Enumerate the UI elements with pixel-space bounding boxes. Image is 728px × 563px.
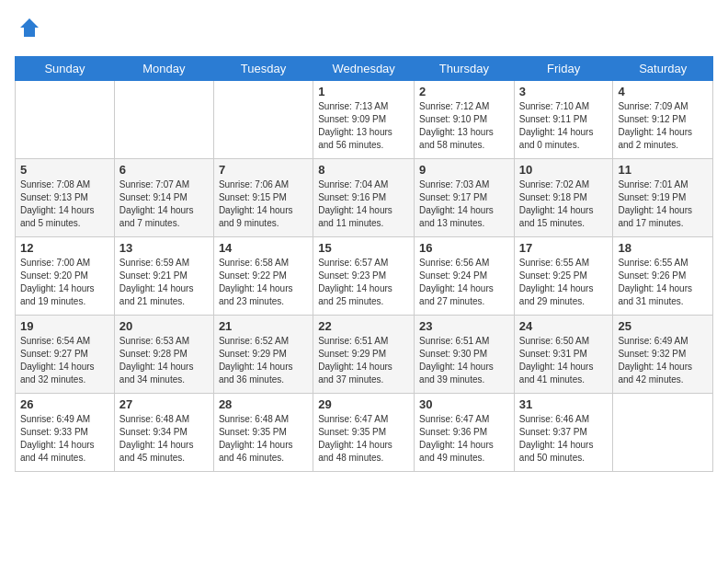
calendar-cell: 12Sunrise: 7:00 AM Sunset: 9:20 PM Dayli…: [16, 236, 115, 315]
calendar-cell: 18Sunrise: 6:55 AM Sunset: 9:26 PM Dayli…: [613, 236, 713, 315]
calendar-cell: 1Sunrise: 7:13 AM Sunset: 9:09 PM Daylig…: [313, 80, 415, 158]
calendar-cell: 21Sunrise: 6:52 AM Sunset: 9:29 PM Dayli…: [213, 315, 313, 393]
day-number: 10: [519, 163, 609, 177]
calendar-cell: 26Sunrise: 6:49 AM Sunset: 9:33 PM Dayli…: [16, 393, 115, 471]
day-number: 2: [419, 85, 509, 98]
day-info: Sunrise: 6:55 AM Sunset: 9:26 PM Dayligh…: [618, 257, 708, 308]
day-number: 8: [318, 163, 409, 177]
calendar-table: SundayMondayTuesdayWednesdayThursdayFrid…: [15, 56, 713, 472]
calendar-week-5: 26Sunrise: 6:49 AM Sunset: 9:33 PM Dayli…: [16, 393, 713, 471]
calendar-cell: 31Sunrise: 6:46 AM Sunset: 9:37 PM Dayli…: [514, 393, 613, 471]
day-info: Sunrise: 6:51 AM Sunset: 9:30 PM Dayligh…: [419, 335, 509, 386]
day-info: Sunrise: 6:53 AM Sunset: 9:28 PM Dayligh…: [119, 335, 209, 386]
day-info: Sunrise: 7:10 AM Sunset: 9:11 PM Dayligh…: [519, 100, 609, 152]
logo: [15, 15, 42, 45]
day-number: 15: [318, 241, 409, 255]
calendar-cell: 2Sunrise: 7:12 AM Sunset: 9:10 PM Daylig…: [415, 80, 515, 158]
day-number: 6: [119, 163, 209, 177]
day-number: 19: [20, 319, 109, 333]
day-number: 28: [219, 397, 308, 411]
day-number: 26: [20, 397, 109, 411]
calendar-cell: 5Sunrise: 7:08 AM Sunset: 9:13 PM Daylig…: [16, 158, 115, 236]
day-info: Sunrise: 7:06 AM Sunset: 9:15 PM Dayligh…: [219, 178, 308, 230]
calendar-cell: 16Sunrise: 6:56 AM Sunset: 9:24 PM Dayli…: [415, 236, 515, 315]
day-number: 24: [519, 319, 609, 333]
day-number: 20: [119, 319, 209, 333]
day-header-saturday: Saturday: [613, 56, 713, 80]
day-number: 16: [419, 241, 509, 255]
calendar-cell: 25Sunrise: 6:49 AM Sunset: 9:32 PM Dayli…: [613, 315, 713, 393]
calendar-cell: 27Sunrise: 6:48 AM Sunset: 9:34 PM Dayli…: [114, 393, 213, 471]
calendar-cell: [213, 80, 313, 158]
page-header: [15, 15, 713, 45]
day-info: Sunrise: 7:13 AM Sunset: 9:09 PM Dayligh…: [318, 100, 409, 152]
day-number: 21: [219, 319, 308, 333]
day-number: 25: [618, 319, 708, 333]
calendar-week-1: 1Sunrise: 7:13 AM Sunset: 9:09 PM Daylig…: [16, 80, 713, 158]
day-info: Sunrise: 7:04 AM Sunset: 9:16 PM Dayligh…: [318, 178, 409, 230]
day-info: Sunrise: 6:59 AM Sunset: 9:21 PM Dayligh…: [119, 257, 209, 308]
calendar-cell: 22Sunrise: 6:51 AM Sunset: 9:29 PM Dayli…: [313, 315, 415, 393]
calendar-cell: 24Sunrise: 6:50 AM Sunset: 9:31 PM Dayli…: [514, 315, 613, 393]
day-number: 30: [419, 397, 509, 411]
day-info: Sunrise: 6:48 AM Sunset: 9:35 PM Dayligh…: [219, 413, 308, 465]
day-info: Sunrise: 6:47 AM Sunset: 9:35 PM Dayligh…: [318, 413, 409, 465]
day-number: 7: [219, 163, 308, 177]
day-info: Sunrise: 7:01 AM Sunset: 9:19 PM Dayligh…: [618, 178, 708, 230]
day-header-thursday: Thursday: [415, 56, 515, 80]
day-info: Sunrise: 7:00 AM Sunset: 9:20 PM Dayligh…: [20, 257, 109, 308]
day-info: Sunrise: 6:54 AM Sunset: 9:27 PM Dayligh…: [20, 335, 109, 386]
calendar-week-4: 19Sunrise: 6:54 AM Sunset: 9:27 PM Dayli…: [16, 315, 713, 393]
day-number: 9: [419, 163, 509, 177]
calendar-cell: 15Sunrise: 6:57 AM Sunset: 9:23 PM Dayli…: [313, 236, 415, 315]
calendar-cell: [114, 80, 213, 158]
day-header-monday: Monday: [114, 56, 213, 80]
calendar-cell: 17Sunrise: 6:55 AM Sunset: 9:25 PM Dayli…: [514, 236, 613, 315]
day-number: 1: [318, 85, 409, 98]
day-info: Sunrise: 6:49 AM Sunset: 9:32 PM Dayligh…: [618, 335, 708, 386]
day-number: 22: [318, 319, 409, 333]
day-info: Sunrise: 6:58 AM Sunset: 9:22 PM Dayligh…: [219, 257, 308, 308]
day-info: Sunrise: 6:52 AM Sunset: 9:29 PM Dayligh…: [219, 335, 308, 386]
day-number: 5: [20, 163, 109, 177]
day-info: Sunrise: 7:07 AM Sunset: 9:14 PM Dayligh…: [119, 178, 209, 230]
day-info: Sunrise: 6:46 AM Sunset: 9:37 PM Dayligh…: [519, 413, 609, 465]
calendar-cell: 9Sunrise: 7:03 AM Sunset: 9:17 PM Daylig…: [415, 158, 515, 236]
calendar-cell: 14Sunrise: 6:58 AM Sunset: 9:22 PM Dayli…: [213, 236, 313, 315]
day-info: Sunrise: 6:47 AM Sunset: 9:36 PM Dayligh…: [419, 413, 509, 465]
days-of-week-row: SundayMondayTuesdayWednesdayThursdayFrid…: [16, 56, 713, 80]
day-header-tuesday: Tuesday: [213, 56, 313, 80]
day-number: 27: [119, 397, 209, 411]
day-number: 14: [219, 241, 308, 255]
day-info: Sunrise: 7:12 AM Sunset: 9:10 PM Dayligh…: [419, 100, 509, 152]
calendar-cell: 20Sunrise: 6:53 AM Sunset: 9:28 PM Dayli…: [114, 315, 213, 393]
day-header-wednesday: Wednesday: [313, 56, 415, 80]
calendar-week-2: 5Sunrise: 7:08 AM Sunset: 9:13 PM Daylig…: [16, 158, 713, 236]
calendar-cell: 7Sunrise: 7:06 AM Sunset: 9:15 PM Daylig…: [213, 158, 313, 236]
calendar-cell: [613, 393, 713, 471]
calendar-cell: 8Sunrise: 7:04 AM Sunset: 9:16 PM Daylig…: [313, 158, 415, 236]
day-number: 31: [519, 397, 609, 411]
day-info: Sunrise: 6:56 AM Sunset: 9:24 PM Dayligh…: [419, 257, 509, 308]
day-number: 12: [20, 241, 109, 255]
day-number: 29: [318, 397, 409, 411]
calendar-cell: 29Sunrise: 6:47 AM Sunset: 9:35 PM Dayli…: [313, 393, 415, 471]
day-info: Sunrise: 6:48 AM Sunset: 9:34 PM Dayligh…: [119, 413, 209, 465]
calendar-header: SundayMondayTuesdayWednesdayThursdayFrid…: [16, 56, 713, 80]
day-info: Sunrise: 7:08 AM Sunset: 9:13 PM Dayligh…: [20, 178, 109, 230]
day-number: 17: [519, 241, 609, 255]
day-number: 3: [519, 85, 609, 98]
day-info: Sunrise: 6:57 AM Sunset: 9:23 PM Dayligh…: [318, 257, 409, 308]
day-number: 13: [119, 241, 209, 255]
day-info: Sunrise: 6:51 AM Sunset: 9:29 PM Dayligh…: [318, 335, 409, 386]
day-info: Sunrise: 6:55 AM Sunset: 9:25 PM Dayligh…: [519, 257, 609, 308]
logo-icon: [17, 15, 42, 40]
svg-marker-0: [20, 18, 39, 37]
calendar-cell: 3Sunrise: 7:10 AM Sunset: 9:11 PM Daylig…: [514, 80, 613, 158]
day-number: 23: [419, 319, 509, 333]
calendar-cell: 10Sunrise: 7:02 AM Sunset: 9:18 PM Dayli…: [514, 158, 613, 236]
calendar-cell: 23Sunrise: 6:51 AM Sunset: 9:30 PM Dayli…: [415, 315, 515, 393]
calendar-cell: 11Sunrise: 7:01 AM Sunset: 9:19 PM Dayli…: [613, 158, 713, 236]
calendar-cell: [16, 80, 115, 158]
day-info: Sunrise: 6:49 AM Sunset: 9:33 PM Dayligh…: [20, 413, 109, 465]
